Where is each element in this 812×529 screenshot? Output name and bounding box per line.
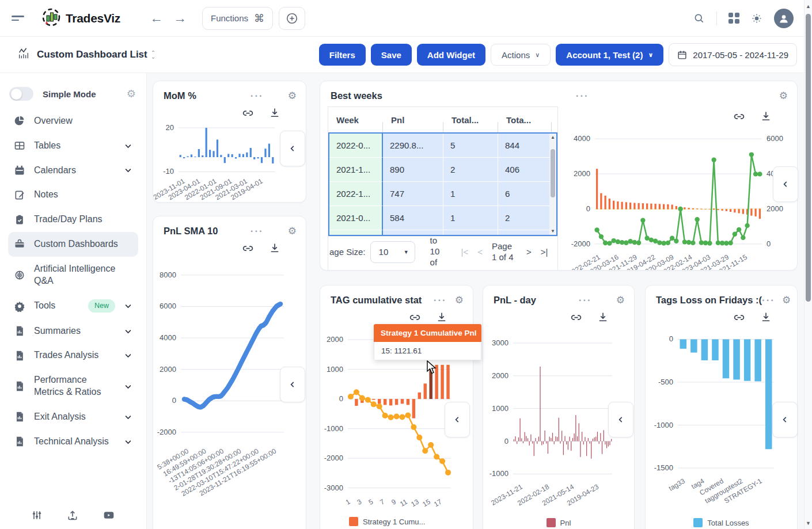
download-icon[interactable] [597, 311, 609, 323]
download-icon[interactable] [436, 311, 447, 323]
svg-text:2000: 2000 [492, 371, 509, 380]
sidebar-item-calendars[interactable]: Calendars [8, 158, 138, 183]
back-arrow-icon[interactable]: ← [145, 12, 168, 25]
download-icon[interactable] [760, 311, 772, 323]
sidebar-item-trade-day-plans[interactable]: Trade/Day Plans [8, 207, 138, 232]
sidebar-item-tables[interactable]: Tables [8, 134, 138, 158]
sidebar-item-custom-dashboards[interactable]: Custom Dashboards [8, 232, 138, 257]
sidebar-item-trades-analysis[interactable]: Trades Analysis [8, 343, 138, 368]
link-icon[interactable] [733, 111, 745, 123]
upload-icon[interactable] [67, 509, 78, 521]
widget-title: MoM % [164, 90, 251, 101]
scrollbar-thumb[interactable] [551, 149, 555, 197]
date-range-picker[interactable]: 2017-05-05 - 2024-11-29 [669, 43, 797, 66]
column-header[interactable]: Total... [443, 115, 498, 125]
collapse-panel-button[interactable] [772, 402, 798, 437]
scroll-up-arrow[interactable]: ▲ [551, 135, 555, 140]
account-dropdown[interactable]: Account 1, Test (2) ∨ [556, 44, 663, 66]
link-icon[interactable] [733, 311, 745, 324]
widget-menu-icon[interactable]: ··· [576, 90, 589, 102]
apps-grid-icon[interactable] [728, 13, 739, 24]
table-header-row: WeekPnlTotal...Tota... [328, 107, 557, 132]
widget-settings-icon[interactable]: ⚙ [455, 294, 464, 306]
table-row[interactable]: 2022-1...74716 [329, 182, 556, 206]
window-scrollbar[interactable]: ▲ ▼ [804, 0, 812, 529]
theme-brightness-icon[interactable] [751, 13, 762, 24]
scroll-down-arrow[interactable]: ▼ [551, 229, 555, 234]
sidebar-item-tools[interactable]: ToolsNew [8, 293, 138, 318]
chevron-down-icon: ∨ [648, 51, 653, 59]
sidebar-item-technical-analysis[interactable]: Technical Analysis [8, 429, 138, 454]
next-page-button[interactable]: > [526, 247, 532, 257]
widget-settings-icon[interactable]: ⚙ [779, 90, 788, 102]
link-icon[interactable] [409, 311, 421, 324]
prev-page-button[interactable]: < [477, 247, 483, 257]
widget-menu-icon[interactable]: ··· [251, 226, 264, 237]
widget-title: Best weeks [331, 90, 576, 101]
search-icon[interactable] [693, 13, 705, 24]
save-button[interactable]: Save [371, 44, 412, 66]
sidebar-item-notes[interactable]: Notes [8, 182, 138, 207]
collapse-panel-button[interactable] [280, 131, 305, 166]
download-icon[interactable] [269, 107, 280, 119]
dashboard-selector-icon[interactable]: ⌃⌄ [151, 51, 155, 59]
collapse-panel-button[interactable] [608, 402, 633, 437]
first-page-button[interactable]: |< [461, 247, 469, 257]
column-header[interactable]: Tota... [498, 115, 552, 125]
link-icon[interactable] [570, 311, 582, 324]
link-icon[interactable] [242, 242, 254, 254]
download-icon[interactable] [269, 242, 280, 254]
legend-item[interactable]: Strategy 1 Cumu... [349, 517, 473, 526]
filters-button[interactable]: Filters [319, 44, 366, 66]
legend-item[interactable]: Total Losses [693, 518, 749, 527]
widget-menu-icon[interactable]: ··· [579, 295, 592, 306]
collapse-panel-button[interactable] [280, 367, 305, 402]
column-header[interactable]: Pnl [383, 115, 443, 125]
widget-settings-icon[interactable]: ⚙ [782, 294, 791, 306]
forward-arrow-icon[interactable]: → [168, 12, 192, 25]
simple-mode-toggle[interactable] [9, 87, 33, 101]
table-row[interactable]: 2022-0...2290.8...5844 [329, 134, 556, 158]
sidebar-item-exit-analysis[interactable]: Exit Analysis [8, 405, 138, 429]
table-row[interactable]: 2021-0...58412 [329, 206, 556, 230]
user-avatar[interactable] [774, 9, 794, 28]
last-page-button[interactable]: >| [541, 247, 548, 257]
widget-settings-icon[interactable]: ⚙ [288, 90, 297, 102]
sidebar-item-overview[interactable]: Overview [8, 109, 138, 134]
sidebar-item-artificial-intelligence-q-a[interactable]: Artificial Intelligence Q&A [8, 257, 138, 294]
sidebar-item-performance-metrics-ratios[interactable]: Performance Metrics & Ratios [8, 368, 138, 405]
sidebar-item-summaries[interactable]: Summaries [8, 319, 138, 344]
sidebar-settings-gear-icon[interactable]: ⚙ [127, 87, 136, 100]
scroll-up-arrow[interactable]: ▲ [806, 3, 811, 9]
widget-menu-icon[interactable]: ··· [762, 295, 775, 306]
scrollbar-thumb[interactable] [806, 14, 811, 302]
youtube-icon[interactable] [103, 509, 115, 521]
widget-settings-icon[interactable]: ⚙ [288, 225, 297, 237]
widget-menu-icon[interactable]: ··· [434, 295, 447, 306]
table-row[interactable] [329, 230, 556, 236]
legend-item[interactable]: Pnl [547, 518, 571, 527]
download-icon[interactable] [760, 111, 772, 122]
widget-menu-icon[interactable]: ··· [251, 90, 264, 102]
actions-dropdown[interactable]: Actions ∨ [491, 44, 551, 66]
page-size-select[interactable]: 10 ▼ [370, 241, 415, 263]
equalizer-icon[interactable] [31, 509, 43, 521]
widget-settings-icon[interactable]: ⚙ [616, 294, 625, 306]
best-weeks-chart[interactable]: 400060002000400002000-200002022-02-21202… [565, 124, 797, 271]
link-icon[interactable] [242, 107, 254, 119]
hamburger-menu-icon[interactable] [12, 13, 24, 23]
tradesviz-logo-icon [41, 7, 61, 29]
add-dashboard-button[interactable] [279, 7, 305, 30]
scroll-down-arrow[interactable]: ▼ [806, 520, 811, 526]
brand-logo[interactable]: TradesViz [41, 7, 120, 29]
collapse-panel-button[interactable] [445, 402, 470, 437]
functions-button[interactable]: Functions ⌘ [202, 7, 273, 30]
table-scrollbar[interactable]: ▲▼ [549, 134, 556, 235]
sidebar-item-label: Summaries [34, 325, 115, 337]
table-row[interactable]: 2021-1...8902406 [329, 158, 556, 182]
collapse-panel-button[interactable] [773, 166, 798, 202]
column-header[interactable]: Week [328, 115, 383, 125]
add-widget-button[interactable]: Add Widget [417, 44, 485, 66]
svg-text:2000: 2000 [327, 335, 343, 344]
top-navbar: TradesViz ← → Functions ⌘ [0, 0, 812, 37]
